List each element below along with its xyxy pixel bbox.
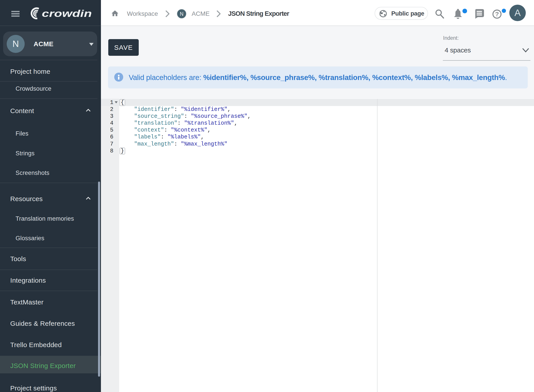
svg-text:?: ? <box>495 11 499 18</box>
svg-text:crowdin: crowdin <box>42 8 92 19</box>
